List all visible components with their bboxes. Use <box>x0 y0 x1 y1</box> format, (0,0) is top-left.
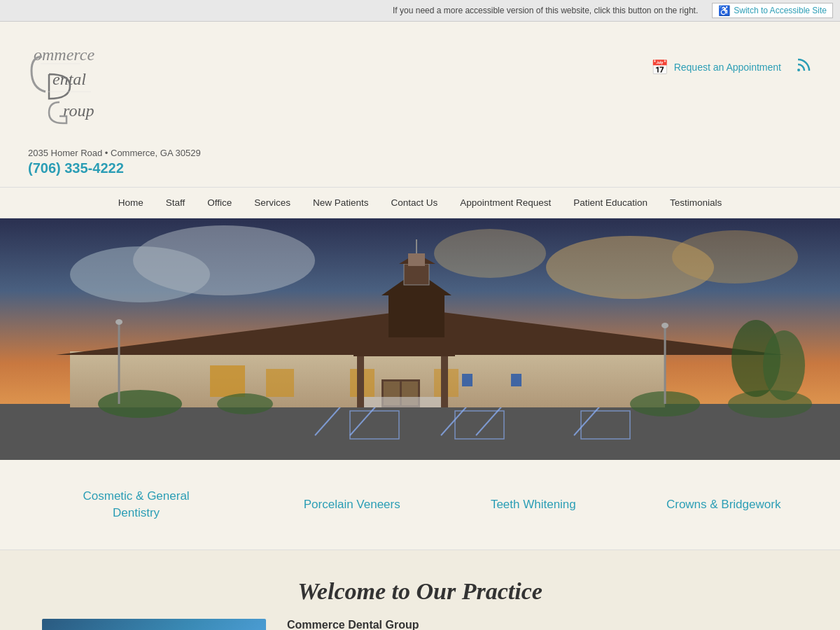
svg-rect-50 <box>511 374 522 386</box>
welcome-image <box>42 619 266 630</box>
nav-item-testimonials[interactable]: Testimonials <box>659 188 733 218</box>
svg-point-48 <box>763 330 805 400</box>
svg-rect-25 <box>404 264 429 285</box>
service-item-3[interactable]: Crowns & Bridgework <box>666 496 780 513</box>
svg-rect-30 <box>266 369 294 397</box>
welcome-text: Commerce Dental Group <box>287 619 419 630</box>
welcome-section: Welcome to Our Practice Commerce Dental … <box>0 550 840 630</box>
service-item-2[interactable]: Teeth Whitening <box>491 496 576 513</box>
svg-rect-29 <box>210 365 245 397</box>
address-block: 2035 Homer Road • Commerce, GA 30529 (70… <box>28 148 201 176</box>
nav-item-patient-education[interactable]: Patient Education <box>562 188 659 218</box>
accessibility-notice: If you need a more accessible version of… <box>7 6 705 15</box>
address-text: 2035 Homer Road • Commerce, GA 30529 <box>28 148 201 158</box>
logo-svg: ommerce ental roup <box>28 36 140 144</box>
phone-number[interactable]: (706) 335-4222 <box>28 160 201 176</box>
practice-name: Commerce Dental Group <box>287 619 419 630</box>
svg-text:roup: roup <box>63 102 94 120</box>
svg-rect-27 <box>408 253 425 266</box>
calendar-icon: 📅 <box>651 59 668 76</box>
svg-point-9 <box>434 229 546 278</box>
welcome-content: Commerce Dental Group <box>42 619 798 630</box>
wheelchair-icon: ♿ <box>718 5 730 16</box>
hero-banner <box>0 218 840 460</box>
nav-list: HomeStaffOfficeServicesNew PatientsConta… <box>0 188 840 218</box>
appointment-link[interactable]: 📅 Request an Appointment <box>651 59 781 76</box>
services-section: Cosmetic & General Dentistry Porcelain V… <box>0 460 840 550</box>
nav-item-services[interactable]: Services <box>243 188 302 218</box>
rss-icon[interactable] <box>795 57 812 78</box>
service-item-0[interactable]: Cosmetic & General Dentistry <box>59 488 214 522</box>
nav-item-office[interactable]: Office <box>196 188 243 218</box>
service-item-1[interactable]: Porcelain Veneers <box>304 496 400 513</box>
svg-text:ommerce: ommerce <box>34 46 94 64</box>
nav-item-new-patients[interactable]: New Patients <box>302 188 380 218</box>
svg-rect-51 <box>364 397 441 407</box>
header-right: 📅 Request an Appointment <box>651 36 812 78</box>
accessibility-bar: If you need a more accessible version of… <box>0 0 840 22</box>
svg-rect-23 <box>388 295 444 337</box>
svg-point-11 <box>672 230 798 284</box>
nav-item-contact-us[interactable]: Contact Us <box>380 188 449 218</box>
site-header: ommerce ental roup 2035 Homer Road • Com… <box>0 22 840 187</box>
hero-image <box>0 218 840 460</box>
nav-item-staff[interactable]: Staff <box>155 188 197 218</box>
svg-rect-49 <box>462 374 472 386</box>
svg-point-42 <box>728 390 812 418</box>
main-navbar: HomeStaffOfficeServicesNew PatientsConta… <box>0 187 840 218</box>
svg-rect-37 <box>441 348 448 407</box>
svg-rect-36 <box>357 348 364 407</box>
welcome-title: Welcome to Our Practice <box>42 578 798 605</box>
svg-point-40 <box>217 393 273 414</box>
logo-container: ommerce ental roup <box>28 36 140 144</box>
svg-point-39 <box>98 390 182 418</box>
nav-item-home[interactable]: Home <box>107 188 155 218</box>
svg-point-5 <box>797 69 800 71</box>
svg-point-46 <box>662 323 668 328</box>
logo-area: ommerce ental roup 2035 Homer Road • Com… <box>28 36 201 176</box>
nav-item-appointment-request[interactable]: Appointment Request <box>449 188 562 218</box>
accessible-version-link[interactable]: ♿ Switch to Accessible Site <box>712 3 833 18</box>
svg-rect-38 <box>354 348 455 356</box>
svg-point-8 <box>133 225 315 295</box>
svg-point-44 <box>115 319 122 325</box>
